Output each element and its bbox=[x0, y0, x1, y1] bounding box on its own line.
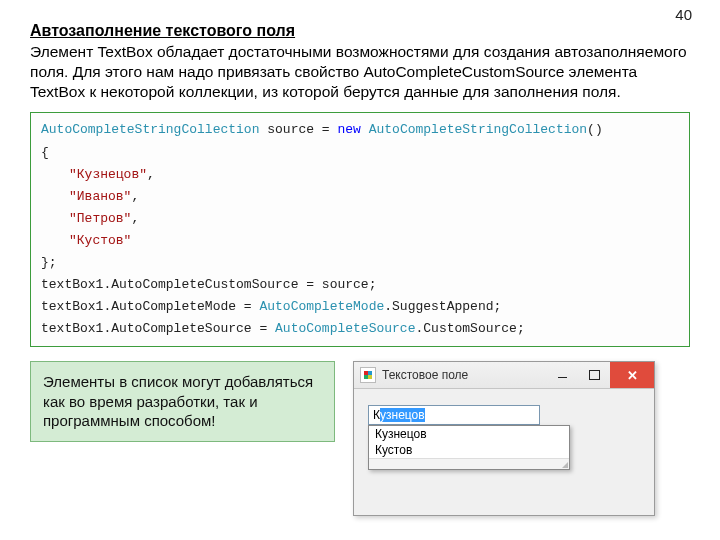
code-type: AutoCompleteSource bbox=[275, 321, 415, 336]
page-number: 40 bbox=[675, 6, 692, 23]
code-line: }; bbox=[41, 252, 681, 274]
slide-content: Автозаполнение текстового поля Элемент T… bbox=[0, 0, 720, 347]
selected-completion: узнецов bbox=[380, 408, 425, 422]
code-punct: , bbox=[131, 189, 139, 204]
callout-note: Элементы в список могут добавляться как … bbox=[30, 361, 335, 442]
suggest-item[interactable]: Кузнецов bbox=[369, 426, 569, 442]
autocomplete-textbox[interactable]: Кузнецов Кузнецов Кустов bbox=[368, 405, 540, 425]
code-text: source = bbox=[259, 122, 337, 137]
typed-char: К bbox=[373, 408, 380, 422]
code-text: .CustomSource; bbox=[415, 321, 524, 336]
code-punct: , bbox=[147, 167, 155, 182]
code-text: textBox1.AutoCompleteSource = bbox=[41, 321, 275, 336]
maximize-button[interactable] bbox=[578, 362, 610, 388]
code-listing: AutoCompleteStringCollection source = ne… bbox=[30, 112, 690, 347]
window-titlebar: Текстовое поле ✕ bbox=[354, 362, 654, 389]
code-string: "Петров" bbox=[69, 211, 131, 226]
code-keyword: new bbox=[337, 122, 360, 137]
code-text: textBox1.AutoCompleteMode = bbox=[41, 299, 259, 314]
heading: Автозаполнение текстового поля bbox=[30, 22, 690, 40]
code-string: "Кустов" bbox=[69, 233, 131, 248]
window-client-area: Кузнецов Кузнецов Кустов bbox=[354, 389, 654, 515]
window-buttons: ✕ bbox=[546, 362, 654, 388]
window-icon bbox=[360, 367, 376, 383]
code-type: AutoCompleteStringCollection bbox=[41, 122, 259, 137]
window-title: Текстовое поле bbox=[382, 368, 546, 382]
code-punct: , bbox=[131, 211, 139, 226]
demo-window: Текстовое поле ✕ Кузнецов Кузнецов Кусто… bbox=[353, 361, 655, 516]
autocomplete-dropdown: Кузнецов Кустов bbox=[368, 425, 570, 470]
code-text: () bbox=[587, 122, 603, 137]
code-string: "Кузнецов" bbox=[69, 167, 147, 182]
minimize-button[interactable] bbox=[546, 362, 578, 388]
code-type: AutoCompleteMode bbox=[259, 299, 384, 314]
code-line: { bbox=[41, 142, 681, 164]
close-button[interactable]: ✕ bbox=[610, 362, 654, 388]
code-line: textBox1.AutoCompleteCustomSource = sour… bbox=[41, 274, 681, 296]
code-type: AutoCompleteStringCollection bbox=[369, 122, 587, 137]
code-string: "Иванов" bbox=[69, 189, 131, 204]
suggest-item[interactable]: Кустов bbox=[369, 442, 569, 458]
code-text bbox=[361, 122, 369, 137]
code-text: .SuggestAppend; bbox=[384, 299, 501, 314]
body-paragraph: Элемент TextBox обладает достаточными во… bbox=[30, 42, 690, 102]
resize-grip-icon[interactable] bbox=[369, 458, 569, 469]
textbox-value: Кузнецов bbox=[369, 406, 539, 424]
